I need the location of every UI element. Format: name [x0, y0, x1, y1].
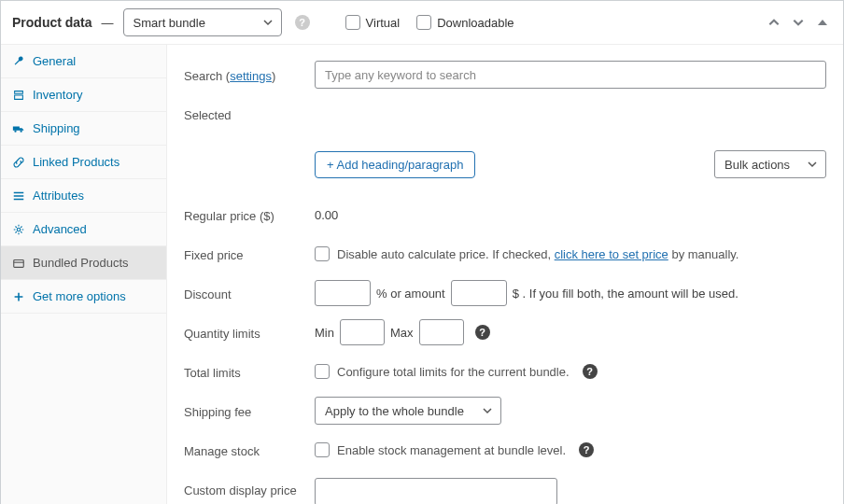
total-limits-checkbox[interactable] — [315, 364, 330, 379]
manage-stock-label: Manage stock — [184, 442, 315, 458]
manage-stock-text: Enable stock management at bundle level. — [337, 443, 566, 457]
help-icon[interactable]: ? — [475, 325, 490, 340]
chevron-down-icon — [482, 405, 493, 416]
inventory-icon — [12, 89, 25, 102]
shipping-fee-label: Shipping fee — [184, 403, 315, 419]
discount-suffix: $ . If you fill both, the amount will be… — [513, 287, 738, 301]
discount-percent-input[interactable] — [315, 280, 371, 306]
product-type-value: Smart bundle — [134, 16, 205, 30]
svg-rect-3 — [14, 259, 24, 267]
qty-min-input[interactable] — [340, 319, 385, 345]
virtual-label: Virtual — [366, 16, 401, 30]
regular-price-label: Regular price ($) — [184, 207, 315, 223]
sidebar-item-label: Get more options — [33, 289, 126, 303]
content: Search (settings) Selected + Add heading… — [167, 45, 843, 504]
help-icon[interactable]: ? — [295, 15, 310, 30]
chevron-down-icon — [807, 159, 818, 170]
downloadable-checkbox[interactable] — [416, 15, 431, 30]
sidebar-item-label: Advanced — [33, 222, 87, 236]
fixed-price-text: Disable auto calculate price. If checked… — [337, 247, 738, 261]
total-limits-text: Configure total limits for the current b… — [337, 365, 570, 379]
list-icon — [12, 189, 25, 203]
search-label: Search (settings) — [184, 67, 315, 83]
panel-body: General Inventory Shipping — [1, 45, 843, 504]
search-settings-link[interactable]: settings — [230, 69, 272, 83]
fixed-price-label: Fixed price — [184, 246, 315, 262]
sidebar-item-label: Bundled Products — [33, 256, 129, 270]
total-limits-label: Total limits — [184, 364, 315, 380]
panel-title: Product data — [12, 15, 92, 30]
set-price-link[interactable]: click here to set price — [555, 247, 668, 261]
link-icon — [12, 156, 25, 169]
qty-min-label: Min — [315, 326, 334, 340]
sidebar-item-label: Linked Products — [33, 155, 120, 169]
svg-point-1 — [20, 130, 21, 132]
svg-point-2 — [17, 228, 21, 231]
sidebar-item-inventory[interactable]: Inventory — [1, 78, 166, 112]
sidebar-item-shipping[interactable]: Shipping — [1, 112, 166, 146]
chevron-down-icon[interactable] — [789, 13, 808, 32]
discount-amount-input[interactable] — [451, 280, 507, 306]
chevron-up-icon[interactable] — [765, 13, 783, 32]
wrench-icon — [12, 55, 25, 68]
custom-price-label: Custom display price — [184, 478, 315, 497]
shipping-fee-select[interactable]: Apply to the whole bundle — [315, 397, 501, 425]
bulk-actions-select[interactable]: Bulk actions — [714, 150, 826, 178]
sidebar-item-bundled[interactable]: Bundled Products — [1, 246, 166, 280]
search-input[interactable] — [315, 61, 826, 89]
panel-header: Product data — Smart bundle ? Virtual Do… — [1, 1, 843, 45]
svg-point-0 — [14, 130, 16, 132]
downloadable-label: Downloadable — [437, 16, 513, 30]
help-icon[interactable]: ? — [579, 442, 594, 457]
sidebar-item-label: General — [33, 54, 76, 68]
bulk-actions-value: Bulk actions — [724, 158, 790, 172]
shipping-fee-value: Apply to the whole bundle — [325, 404, 464, 418]
add-heading-button[interactable]: + Add heading/paragraph — [315, 151, 475, 178]
dash: — — [102, 16, 114, 30]
sidebar-item-advanced[interactable]: Advanced — [1, 213, 166, 246]
qty-max-label: Max — [390, 326, 414, 340]
discount-label: Discount — [184, 286, 315, 301]
product-data-panel: Product data — Smart bundle ? Virtual Do… — [0, 0, 844, 504]
sidebar-item-label: Inventory — [33, 88, 82, 102]
virtual-checkbox[interactable] — [345, 15, 360, 30]
regular-price-value: 0.00 — [315, 208, 338, 222]
collapse-icon[interactable] — [813, 13, 832, 32]
help-icon[interactable]: ? — [583, 364, 598, 379]
fixed-price-checkbox[interactable] — [315, 246, 330, 261]
sidebar-item-label: Attributes — [33, 189, 84, 203]
qty-limits-label: Quantity limits — [184, 325, 315, 341]
selected-label: Selected — [184, 106, 315, 122]
custom-price-input[interactable] — [315, 478, 557, 504]
sidebar-item-linked[interactable]: Linked Products — [1, 146, 166, 179]
sidebar-item-label: Shipping — [33, 121, 80, 135]
chevron-down-icon — [262, 17, 274, 28]
manage-stock-checkbox[interactable] — [315, 442, 330, 457]
product-type-select[interactable]: Smart bundle — [123, 8, 282, 36]
plus-icon — [12, 290, 25, 303]
sidebar-item-general[interactable]: General — [1, 45, 166, 78]
sidebar: General Inventory Shipping — [1, 45, 167, 504]
sidebar-item-getmore[interactable]: Get more options — [1, 280, 166, 314]
sidebar-item-attributes[interactable]: Attributes — [1, 179, 166, 213]
qty-max-input[interactable] — [419, 319, 464, 345]
gear-icon — [12, 223, 25, 236]
discount-mid-text: % or amount — [376, 287, 445, 301]
truck-icon — [12, 122, 25, 135]
bundle-icon — [12, 257, 25, 270]
